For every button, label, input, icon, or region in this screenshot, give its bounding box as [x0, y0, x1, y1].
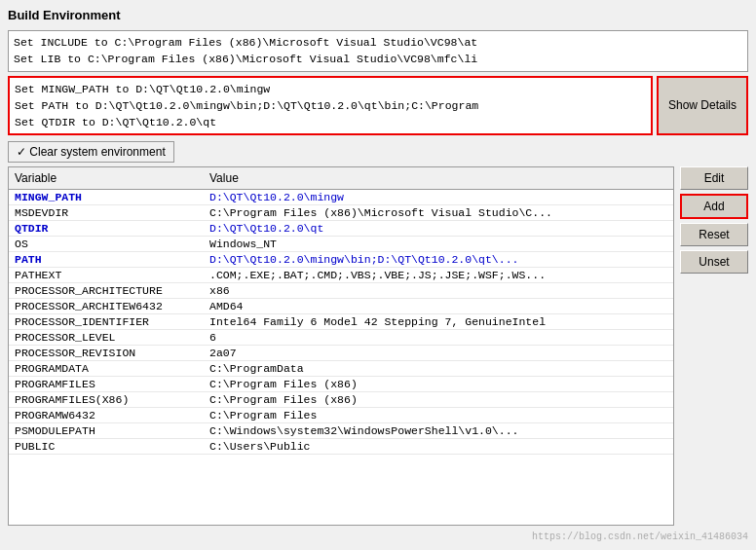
table-row[interactable]: MINGW_PATHD:\QT\Qt10.2.0\mingw — [9, 190, 673, 205]
table-row[interactable]: PROCESSOR_ARCHITEW6432AMD64 — [9, 299, 673, 314]
env-variable-cell: MSDEVDIR — [9, 205, 204, 220]
env-variable-cell: PSMODULEPATH — [9, 423, 204, 438]
env-variable-cell: MINGW_PATH — [9, 190, 204, 204]
table-row[interactable]: OSWindows_NT — [9, 237, 673, 252]
env-value-cell: C:\ProgramData — [204, 361, 673, 376]
env-variable-cell: PUBLIC — [9, 439, 204, 454]
env-value-cell: C:\Program Files (x86) — [204, 377, 673, 391]
table-row[interactable]: PROGRAMFILESC:\Program Files (x86) — [9, 377, 673, 392]
show-details-button[interactable]: Show Details — [657, 76, 748, 136]
env-value-cell: C:\Windows\system32\WindowsPowerShell\v1… — [204, 423, 673, 438]
table-row[interactable]: PATHEXT.COM;.EXE;.BAT;.CMD;.VBS;.VBE;.JS… — [9, 268, 673, 283]
highlighted-block: Set MINGW_PATH to D:\QT\Qt10.2.0\mingw S… — [8, 76, 748, 136]
edit-button[interactable]: Edit — [680, 166, 748, 190]
env-value-cell: x86 — [204, 283, 673, 298]
table-row[interactable]: MSDEVDIRC:\Program Files (x86)\Microsoft… — [9, 205, 673, 221]
table-row[interactable]: PROCESSOR_ARCHITECTUREx86 — [9, 283, 673, 299]
env-variable-cell: PATH — [9, 252, 204, 267]
table-row[interactable]: PROGRAMFILES(X86)C:\Program Files (x86) — [9, 392, 673, 408]
env-value-cell: D:\QT\Qt10.2.0\qt — [204, 221, 673, 236]
table-row[interactable]: PSMODULEPATHC:\Windows\system32\WindowsP… — [9, 423, 673, 439]
env-variable-cell: PATHEXT — [9, 268, 204, 282]
log-line-1: Set INCLUDE to C:\Program Files (x86)\Mi… — [14, 34, 742, 51]
table-row[interactable]: QTDIRD:\QT\Qt10.2.0\qt — [9, 221, 673, 237]
env-variable-cell: PROGRAMDATA — [9, 361, 204, 376]
env-variable-cell: OS — [9, 237, 204, 251]
env-variable-cell: PROCESSOR_IDENTIFIER — [9, 314, 204, 329]
env-value-cell: C:\Program Files — [204, 408, 673, 422]
add-button[interactable]: Add — [680, 194, 748, 219]
header-value: Value — [204, 169, 673, 187]
highlighted-log: Set MINGW_PATH to D:\QT\Qt10.2.0\mingw S… — [8, 76, 653, 136]
env-variable-cell: PROCESSOR_REVISION — [9, 346, 204, 360]
table-row[interactable]: PROGRAMDATAC:\ProgramData — [9, 361, 673, 377]
env-variable-cell: PROCESSOR_ARCHITEW6432 — [9, 299, 204, 313]
env-variable-cell: PROCESSOR_LEVEL — [9, 330, 204, 345]
table-row[interactable]: PROCESSOR_IDENTIFIERIntel64 Family 6 Mod… — [9, 314, 673, 330]
main-container: Build Environment Set INCLUDE to C:\Prog… — [0, 0, 756, 550]
env-value-cell: C:\Program Files (x86)\Microsoft Visual … — [204, 205, 673, 220]
log-line-2: Set LIB to C:\Program Files (x86)\Micros… — [14, 51, 742, 67]
env-variable-cell: PROGRAMFILES(X86) — [9, 392, 204, 407]
env-value-cell: .COM;.EXE;.BAT;.CMD;.VBS;.VBE;.JS;.JSE;.… — [204, 268, 673, 282]
table-row[interactable]: PROGRAMW6432C:\Program Files — [9, 408, 673, 423]
reset-button[interactable]: Reset — [680, 223, 748, 246]
env-table-body[interactable]: MINGW_PATHD:\QT\Qt10.2.0\mingwMSDEVDIRC:… — [9, 190, 673, 525]
env-table-container: Variable Value MINGW_PATHD:\QT\Qt10.2.0\… — [8, 166, 674, 526]
watermark: https://blog.csdn.net/weixin_41486034 — [8, 532, 748, 542]
table-row[interactable]: PROCESSOR_LEVEL6 — [9, 330, 673, 346]
log-area: Set INCLUDE to C:\Program Files (x86)\Mi… — [8, 30, 748, 72]
env-value-cell: Windows_NT — [204, 237, 673, 251]
env-value-cell: D:\QT\Qt10.2.0\mingw — [204, 190, 673, 204]
env-variable-cell: PROGRAMW6432 — [9, 408, 204, 422]
env-value-cell: 2a07 — [204, 346, 673, 360]
highlighted-line-3: Set QTDIR to D:\QT\Qt10.2.0\qt — [15, 114, 646, 130]
clear-env-button[interactable]: ✓ Clear system environment — [8, 141, 174, 163]
table-row[interactable]: PUBLICC:\Users\Public — [9, 439, 673, 455]
highlighted-line-2: Set PATH to D:\QT\Qt10.2.0\mingw\bin;D:\… — [15, 97, 646, 114]
buttons-panel: Edit Add Reset Unset — [680, 166, 748, 526]
env-variable-cell: PROGRAMFILES — [9, 377, 204, 391]
env-value-cell: D:\QT\Qt10.2.0\mingw\bin;D:\QT\Qt10.2.0\… — [204, 252, 673, 267]
highlighted-line-1: Set MINGW_PATH to D:\QT\Qt10.2.0\mingw — [15, 81, 646, 97]
env-value-cell: AMD64 — [204, 299, 673, 313]
table-row[interactable]: PROCESSOR_REVISION2a07 — [9, 346, 673, 361]
section-title: Build Environment — [8, 8, 748, 22]
env-section: Variable Value MINGW_PATHD:\QT\Qt10.2.0\… — [8, 166, 748, 526]
env-variable-cell: PROCESSOR_ARCHITECTURE — [9, 283, 204, 298]
unset-button[interactable]: Unset — [680, 250, 748, 274]
env-value-cell: 6 — [204, 330, 673, 345]
env-variable-cell: QTDIR — [9, 221, 204, 236]
env-value-cell: C:\Program Files (x86) — [204, 392, 673, 407]
header-variable: Variable — [9, 169, 204, 187]
env-value-cell: Intel64 Family 6 Model 42 Stepping 7, Ge… — [204, 314, 673, 329]
table-row[interactable]: PATHD:\QT\Qt10.2.0\mingw\bin;D:\QT\Qt10.… — [9, 252, 673, 268]
env-table-header: Variable Value — [9, 167, 673, 190]
env-value-cell: C:\Users\Public — [204, 439, 673, 454]
